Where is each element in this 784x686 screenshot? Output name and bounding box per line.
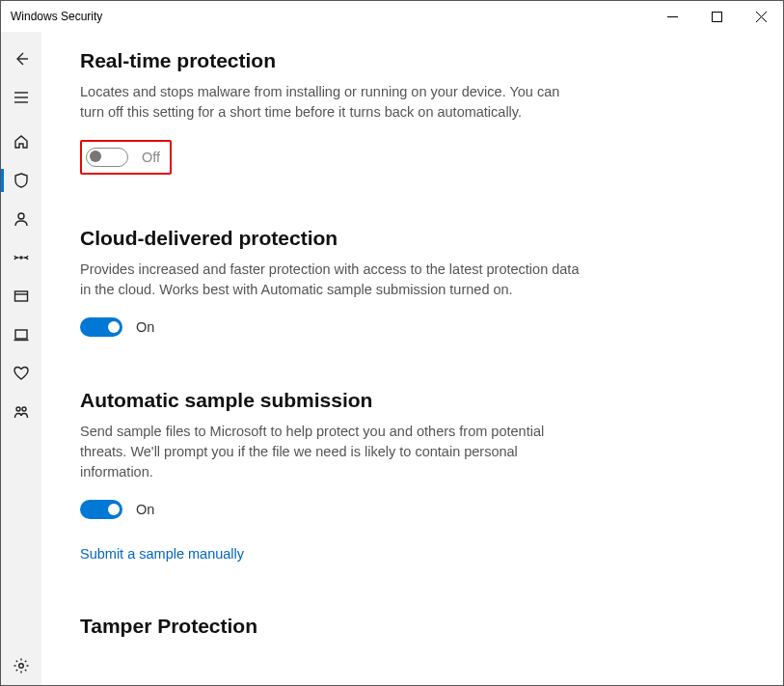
content-area: Real-time protection Locates and stops m… <box>41 32 783 685</box>
minimize-button[interactable] <box>650 1 694 32</box>
tamper-protection-section: Tamper Protection <box>80 615 744 638</box>
section-title: Real-time protection <box>80 49 744 72</box>
nav-settings[interactable] <box>1 646 41 685</box>
nav-virus-protection[interactable] <box>1 161 41 200</box>
submit-sample-link[interactable]: Submit a sample manually <box>80 546 244 562</box>
nav-home[interactable] <box>1 123 41 161</box>
realtime-toggle-label: Off <box>142 150 160 165</box>
sidebar <box>1 32 41 685</box>
sample-toggle-label: On <box>136 502 154 517</box>
section-description: Locates and stops malware from installin… <box>80 82 581 123</box>
section-title: Tamper Protection <box>80 615 744 638</box>
titlebar: Windows Security <box>1 1 783 32</box>
nav-firewall[interactable] <box>1 238 41 277</box>
svg-point-9 <box>20 257 22 259</box>
section-title: Automatic sample submission <box>80 389 744 412</box>
window-title: Windows Security <box>11 10 102 23</box>
menu-button[interactable] <box>1 78 41 117</box>
nav-device-performance[interactable] <box>1 354 41 393</box>
svg-point-8 <box>18 213 24 219</box>
realtime-toggle[interactable] <box>86 148 128 167</box>
nav-family-options[interactable] <box>1 393 41 431</box>
cloud-toggle-label: On <box>136 319 154 335</box>
svg-rect-12 <box>15 330 27 339</box>
nav-device-security[interactable] <box>1 316 41 354</box>
window: Windows Security <box>0 0 784 686</box>
sample-toggle[interactable] <box>80 500 122 519</box>
svg-point-16 <box>19 664 24 669</box>
svg-point-15 <box>22 407 26 411</box>
cloud-toggle[interactable] <box>80 317 122 337</box>
back-button[interactable] <box>1 40 41 78</box>
nav-account-protection[interactable] <box>1 200 41 238</box>
maximize-button[interactable] <box>694 1 739 32</box>
svg-rect-1 <box>712 12 721 21</box>
section-title: Cloud-delivered protection <box>80 227 744 250</box>
cloud-protection-section: Cloud-delivered protection Provides incr… <box>80 227 744 337</box>
sample-submission-section: Automatic sample submission Send sample … <box>80 389 744 563</box>
section-description: Send sample files to Microsoft to help p… <box>80 422 581 482</box>
nav-app-browser-control[interactable] <box>1 277 41 316</box>
realtime-protection-section: Real-time protection Locates and stops m… <box>80 49 744 175</box>
svg-rect-10 <box>15 291 28 301</box>
highlight-box: Off <box>80 140 172 175</box>
close-button[interactable] <box>739 1 783 32</box>
section-description: Provides increased and faster protection… <box>80 260 581 300</box>
svg-point-14 <box>16 407 20 411</box>
